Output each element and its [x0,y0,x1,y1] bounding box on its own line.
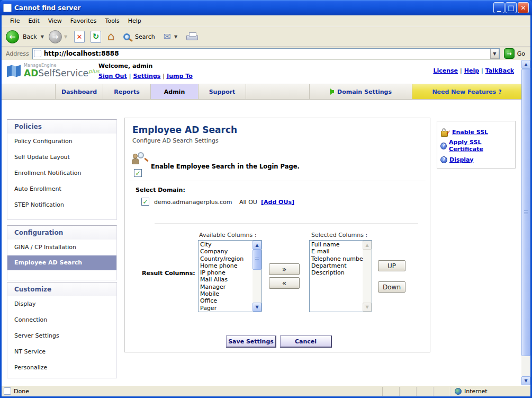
sidebar-item-display[interactable]: Display [7,296,116,312]
tab-dashboard[interactable]: Dashboard [56,84,103,99]
home-icon[interactable]: ⌂ [107,31,115,42]
selected-columns-listbox[interactable]: Full name E-mail Telephone number Depart… [309,240,372,312]
go-label[interactable]: Go [517,50,525,57]
domain-checkbox[interactable] [141,198,149,206]
go-arrow-icon[interactable]: → [504,48,515,59]
sidebar-item-connection[interactable]: Connection [7,312,116,328]
menu-help[interactable]: Help [124,16,146,25]
tab-reports[interactable]: Reports [103,84,151,99]
address-dropdown-icon[interactable]: ▼ [490,49,499,59]
cancel-button[interactable]: Cancel [280,335,332,348]
internet-zone-icon [455,388,462,395]
sidebar-item-personalize[interactable]: Personalize [7,360,116,376]
scroll-up-icon[interactable]: ▲ [521,60,530,69]
save-settings-button[interactable]: Save Settings [226,335,276,348]
forward-dropdown-icon[interactable]: ▼ [64,34,67,39]
need-new-features-button[interactable]: Need New Features ? [412,84,521,99]
list-option[interactable]: Office [199,297,253,304]
list-option[interactable]: Mobile [199,290,253,297]
list-option[interactable]: Country/region [199,255,253,262]
display-link[interactable]: Display [449,156,473,163]
move-down-button[interactable]: Down [378,281,405,293]
sidebar-item-step-notification[interactable]: STEP Notification [7,197,116,213]
help-link[interactable]: Help [464,67,479,74]
sidebar-item-self-update-layout[interactable]: Self Update Layout [7,149,116,165]
sidebar-item-employee-ad-search[interactable]: Employee AD Search [7,255,116,270]
scroll-thumb[interactable] [253,250,262,270]
menu-file[interactable]: File [6,16,24,25]
sidebar-item-auto-enrollment[interactable]: Auto Enrollment [7,181,116,197]
jump-to-link[interactable]: Jump To [167,73,193,79]
talkback-link[interactable]: TalkBack [485,67,514,74]
maximize-button[interactable] [506,2,517,13]
address-input[interactable]: http://localhost:8888 ▼ [32,48,500,59]
main-panel: Employee AD Search Configure AD Search S… [124,118,430,352]
menu-favorites[interactable]: Favorites [66,16,101,25]
sidebar-item-server-settings[interactable]: Server Settings [7,328,116,344]
address-url[interactable]: http://localhost:8888 [44,50,490,57]
mail-dropdown-icon[interactable]: ▼ [174,34,177,39]
back-button[interactable]: Back [23,33,37,40]
list-option[interactable]: Department [310,262,363,269]
sidebar-item-enrollment-notification[interactable]: Enrollment Notification [7,165,116,181]
scroll-down-icon[interactable]: ▼ [521,376,530,385]
ssl-lock-icon [440,128,450,136]
list-option[interactable]: E-mail [310,248,363,255]
list-option[interactable]: Pager [199,305,253,312]
enable-search-checkbox[interactable] [134,169,142,177]
list-scrollbar[interactable]: ▲ ▼ [253,241,262,312]
list-option[interactable]: Full name [310,241,363,248]
list-option[interactable]: City [199,241,253,248]
separator: | [460,67,462,74]
move-left-button[interactable]: « [269,277,300,289]
sidebar-item-nt-service[interactable]: NT Service [7,344,116,360]
apply-ssl-certificate-link[interactable]: Apply SSL Certificate [449,139,512,153]
settings-link[interactable]: Settings [133,73,160,79]
minimize-button[interactable] [493,2,504,13]
license-link[interactable]: License [433,67,458,74]
menu-tools[interactable]: Tools [101,16,124,25]
scroll-up-icon[interactable]: ▲ [253,241,262,250]
logo-product: SelfService [38,68,88,78]
list-option[interactable]: Manager [199,284,253,290]
list-option[interactable]: Home phone [199,262,253,269]
sign-out-link[interactable]: Sign Out [98,73,127,79]
search-button[interactable]: Search [135,33,155,40]
tab-support[interactable]: Support [199,84,246,99]
enable-ssl-link[interactable]: Enable SSL [452,129,488,136]
list-option[interactable]: Mail Alias [199,276,253,283]
sidebar-item-policy-configuration[interactable]: Policy Configuration [7,134,116,149]
nav-tabbar: Dashboard Reports Admin Support Domain S… [2,84,521,100]
list-option[interactable]: IP phone [199,269,253,276]
close-button[interactable] [518,2,529,13]
sidebar-item-gina-cp-installation[interactable]: GINA / CP Installation [7,240,116,255]
go-button[interactable]: → Go [504,48,525,59]
available-columns-listbox[interactable]: City Company Country/region Home phone I… [198,240,262,312]
enable-search-label: Enable Employee Search in the Login Page… [151,163,300,170]
tab-admin[interactable]: Admin [151,84,199,99]
back-icon[interactable]: ← [6,30,19,43]
tab-domain-settings[interactable]: Domain Settings [310,84,412,99]
move-up-button[interactable]: UP [378,260,405,271]
refresh-icon[interactable]: ↻ [91,31,101,43]
menu-edit[interactable]: Edit [24,16,43,25]
page-subtitle: Configure AD Search Settings [132,137,219,144]
add-ous-link[interactable]: [Add OUs] [261,199,294,206]
move-right-button[interactable]: » [269,263,300,275]
browser-scrollbar[interactable]: ▲ ▼ [521,60,530,385]
back-dropdown-icon[interactable]: ▼ [41,34,44,39]
scroll-down-icon[interactable]: ▼ [253,303,262,312]
list-option[interactable]: Description [310,269,363,276]
mail-icon[interactable]: ✉ [164,31,171,42]
stop-icon[interactable]: ✕ [74,31,85,43]
search-icon[interactable] [123,33,130,40]
section-title: Customize [7,282,116,296]
scroll-thumb[interactable] [521,69,530,356]
domain-settings-label[interactable]: Domain Settings [337,89,392,95]
list-option[interactable]: Company [199,248,253,255]
menu-view[interactable]: View [44,16,66,25]
list-option[interactable]: Telephone number [310,255,363,262]
forward-icon[interactable]: → [49,30,62,43]
print-icon[interactable] [186,35,198,40]
ou-label: All OU [239,199,257,206]
